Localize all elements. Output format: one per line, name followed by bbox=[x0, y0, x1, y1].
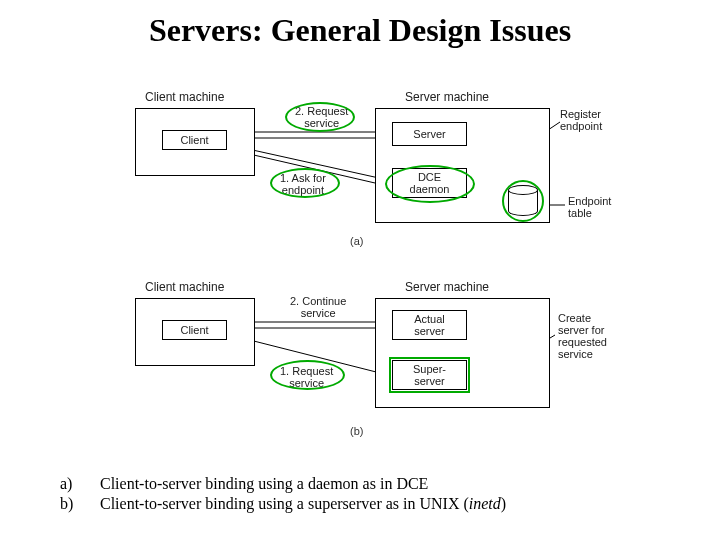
b-actual-server-box: Actual server bbox=[392, 310, 467, 340]
diagram-container: Client machine Server machine Client Ser… bbox=[130, 80, 660, 460]
b-green-step1 bbox=[270, 360, 345, 390]
page-title: Servers: General Design Issues bbox=[0, 12, 720, 49]
caption-b-text: Client-to-server binding using a superse… bbox=[100, 495, 506, 513]
a-register-label: Register endpoint bbox=[560, 108, 602, 132]
caption-b-letter: b) bbox=[60, 495, 100, 513]
caption-a-row: a) Client-to-server binding using a daem… bbox=[60, 475, 506, 493]
a-client-box: Client bbox=[162, 130, 227, 150]
caption-a-text: Client-to-server binding using a daemon … bbox=[100, 475, 428, 493]
b-client-box: Client bbox=[162, 320, 227, 340]
a-green-table bbox=[502, 180, 544, 222]
a-server-machine-label: Server machine bbox=[405, 90, 489, 104]
caption-area: a) Client-to-server binding using a daem… bbox=[60, 475, 506, 515]
a-green-step1 bbox=[270, 168, 340, 198]
a-server-box: Server bbox=[392, 122, 467, 146]
b-green-super bbox=[389, 357, 470, 393]
a-green-step2 bbox=[285, 102, 355, 132]
caption-a-letter: a) bbox=[60, 475, 100, 493]
b-fig-label: (b) bbox=[350, 425, 363, 437]
a-client-machine-label: Client machine bbox=[145, 90, 224, 104]
b-server-machine-label: Server machine bbox=[405, 280, 489, 294]
a-fig-label: (a) bbox=[350, 235, 363, 247]
a-green-dce bbox=[385, 165, 475, 203]
b-client-machine-label: Client machine bbox=[145, 280, 224, 294]
b-create-label: Create server for requested service bbox=[558, 312, 607, 360]
caption-b-row: b) Client-to-server binding using a supe… bbox=[60, 495, 506, 513]
a-endpoint-table-label: Endpoint table bbox=[568, 195, 611, 219]
b-step2-label: 2. Continue service bbox=[290, 295, 346, 319]
